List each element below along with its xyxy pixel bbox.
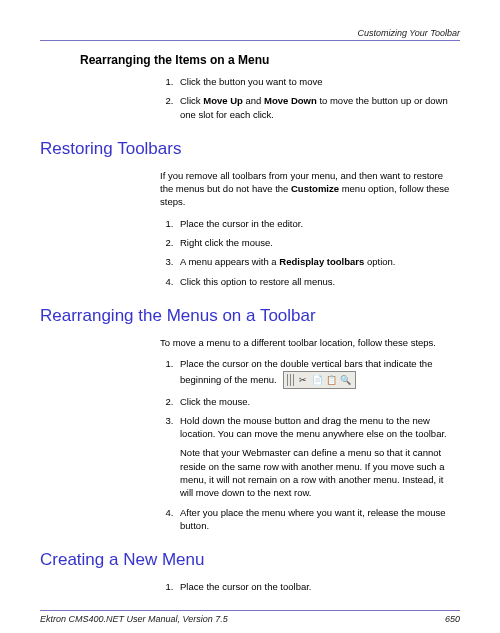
drag-grip-icon (287, 374, 294, 386)
cut-icon: ✂ (297, 374, 309, 386)
heading-creating-menu: Creating a New Menu (40, 550, 460, 570)
toolbar-sample: ✂ 📄 📋 🔍 (283, 371, 356, 389)
creating-step-1: Place the cursor on the toolbar. (176, 580, 452, 593)
footer-rule (40, 610, 460, 611)
rearranging-menus-body: To move a menu to a different toolbar lo… (160, 336, 452, 532)
step-2: Click Move Up and Move Down to move the … (176, 94, 452, 121)
restoring-step-3-post: option. (364, 256, 395, 267)
step-2-b2: Move Down (264, 95, 317, 106)
restoring-body: If you remove all toolbars from your men… (160, 169, 452, 288)
restoring-step-2: Right click the mouse. (176, 236, 452, 249)
paste-icon: 📋 (325, 374, 337, 386)
restoring-step-1: Place the cursor in the editor. (176, 217, 452, 230)
footer-manual: Ektron CMS400.NET User Manual, Version 7… (40, 614, 228, 624)
rm-step-3: Hold down the mouse button and drag the … (176, 414, 452, 500)
footer: Ektron CMS400.NET User Manual, Version 7… (40, 614, 460, 624)
rearranging-menus-intro: To move a menu to a different toolbar lo… (160, 336, 452, 349)
footer-page-number: 650 (445, 614, 460, 624)
creating-steps: Place the cursor on the toolbar. (160, 580, 452, 593)
step-2-mid: and (243, 95, 264, 106)
step-2-pre: Click (180, 95, 203, 106)
restoring-intro: If you remove all toolbars from your men… (160, 169, 452, 209)
creating-body: Place the cursor on the toolbar. (160, 580, 452, 593)
rm-step-2: Click the mouse. (176, 395, 452, 408)
heading-rearranging-menus: Rearranging the Menus on a Toolbar (40, 306, 460, 326)
restoring-steps: Place the cursor in the editor. Right cl… (160, 217, 452, 288)
rearranging-items-steps: Click the button you want to move Click … (160, 75, 452, 121)
restoring-step-3: A menu appears with a Redisplay toolbars… (176, 255, 452, 268)
header-section-title: Customizing Your Toolbar (40, 28, 460, 40)
page: Customizing Your Toolbar Rearranging the… (0, 0, 500, 633)
subheading-rearranging-items: Rearranging the Items on a Menu (80, 53, 460, 67)
rearranging-menus-steps: Place the cursor on the double vertical … (160, 357, 452, 532)
find-icon: 🔍 (339, 374, 351, 386)
rm-step-4: After you place the menu where you want … (176, 506, 452, 533)
restoring-step-3-b: Redisplay toolbars (279, 256, 364, 267)
copy-icon: 📄 (311, 374, 323, 386)
rearranging-items-body: Click the button you want to move Click … (160, 75, 452, 121)
header-rule (40, 40, 460, 41)
step-2-b1: Move Up (203, 95, 243, 106)
rm-step-1: Place the cursor on the double vertical … (176, 357, 452, 388)
rm-step-3-note: Note that your Webmaster can define a me… (180, 446, 452, 499)
step-1: Click the button you want to move (176, 75, 452, 88)
restoring-step-4: Click this option to restore all menus. (176, 275, 452, 288)
restoring-intro-b: Customize (291, 183, 339, 194)
heading-restoring-toolbars: Restoring Toolbars (40, 139, 460, 159)
restoring-step-3-pre: A menu appears with a (180, 256, 279, 267)
rm-step-3-text: Hold down the mouse button and drag the … (180, 415, 447, 439)
